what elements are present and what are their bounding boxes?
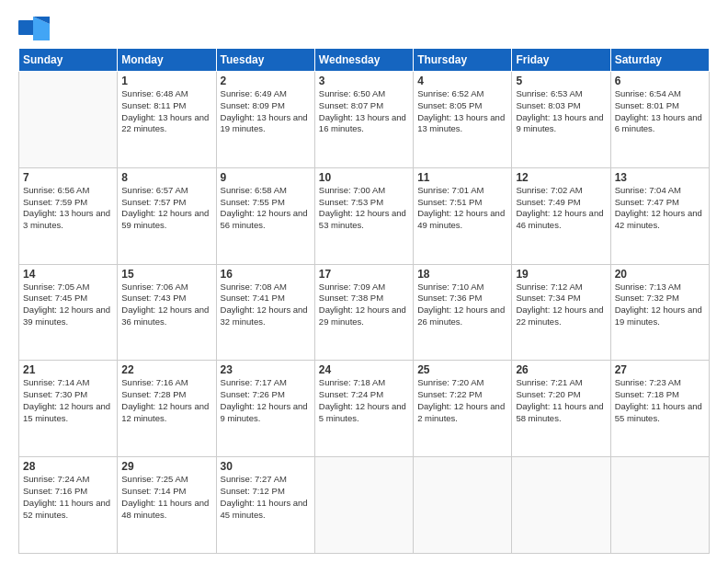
calendar-header-saturday: Saturday [610, 49, 709, 72]
calendar-cell: 10Sunrise: 7:00 AMSunset: 7:53 PMDayligh… [314, 167, 413, 264]
calendar-cell [19, 72, 118, 168]
calendar-cell: 24Sunrise: 7:18 AMSunset: 7:24 PMDayligh… [314, 361, 413, 457]
day-number: 26 [516, 363, 606, 376]
day-number: 25 [417, 363, 507, 376]
day-info: Sunrise: 7:16 AMSunset: 7:28 PMDaylight:… [121, 377, 211, 424]
calendar-cell: 5Sunrise: 6:53 AMSunset: 8:03 PMDaylight… [512, 72, 610, 168]
day-number: 22 [121, 363, 211, 376]
day-info: Sunrise: 7:02 AMSunset: 7:49 PMDaylight:… [516, 185, 606, 232]
page: SundayMondayTuesdayWednesdayThursdayFrid… [0, 0, 728, 563]
calendar-cell: 15Sunrise: 7:06 AMSunset: 7:43 PMDayligh… [118, 264, 216, 361]
day-number: 10 [319, 171, 409, 184]
day-number: 5 [516, 75, 606, 87]
day-number: 9 [221, 171, 311, 184]
calendar-cell [414, 457, 512, 554]
calendar-cell: 12Sunrise: 7:02 AMSunset: 7:49 PMDayligh… [512, 167, 610, 264]
calendar-cell: 9Sunrise: 6:58 AMSunset: 7:55 PMDaylight… [216, 167, 314, 264]
day-info: Sunrise: 7:09 AMSunset: 7:38 PMDaylight:… [319, 282, 409, 328]
calendar-cell: 6Sunrise: 6:54 AMSunset: 8:01 PMDaylight… [610, 72, 709, 168]
calendar-cell: 23Sunrise: 7:17 AMSunset: 7:26 PMDayligh… [216, 361, 314, 457]
day-info: Sunrise: 6:50 AMSunset: 8:07 PMDaylight:… [319, 88, 409, 135]
day-info: Sunrise: 7:13 AMSunset: 7:32 PMDaylight:… [615, 282, 705, 328]
calendar-header-monday: Monday [118, 49, 216, 72]
day-number: 23 [221, 363, 311, 376]
day-number: 4 [417, 75, 507, 87]
day-info: Sunrise: 7:25 AMSunset: 7:14 PMDaylight:… [121, 474, 211, 521]
calendar-cell: 7Sunrise: 6:56 AMSunset: 7:59 PMDaylight… [19, 167, 118, 264]
day-info: Sunrise: 7:14 AMSunset: 7:30 PMDaylight:… [23, 377, 113, 424]
day-number: 29 [121, 460, 211, 473]
calendar-cell: 2Sunrise: 6:49 AMSunset: 8:09 PMDaylight… [216, 72, 314, 168]
calendar-cell: 21Sunrise: 7:14 AMSunset: 7:30 PMDayligh… [19, 361, 118, 457]
day-info: Sunrise: 7:12 AMSunset: 7:34 PMDaylight:… [516, 282, 606, 328]
day-info: Sunrise: 6:57 AMSunset: 7:57 PMDaylight:… [121, 185, 211, 232]
header [18, 15, 710, 40]
calendar-table: SundayMondayTuesdayWednesdayThursdayFrid… [18, 48, 710, 554]
svg-rect-0 [18, 20, 35, 35]
calendar-cell: 3Sunrise: 6:50 AMSunset: 8:07 PMDaylight… [314, 72, 413, 168]
calendar-cell: 8Sunrise: 6:57 AMSunset: 7:57 PMDaylight… [118, 167, 216, 264]
calendar-cell: 11Sunrise: 7:01 AMSunset: 7:51 PMDayligh… [414, 167, 512, 264]
day-number: 14 [23, 268, 113, 281]
day-info: Sunrise: 6:52 AMSunset: 8:05 PMDaylight:… [417, 88, 507, 135]
day-info: Sunrise: 7:18 AMSunset: 7:24 PMDaylight:… [319, 377, 409, 424]
day-number: 18 [417, 268, 507, 281]
calendar-cell: 22Sunrise: 7:16 AMSunset: 7:28 PMDayligh… [118, 361, 216, 457]
calendar-header-row: SundayMondayTuesdayWednesdayThursdayFrid… [19, 49, 710, 72]
day-info: Sunrise: 6:53 AMSunset: 8:03 PMDaylight:… [516, 88, 606, 135]
logo [18, 15, 55, 40]
day-number: 20 [615, 268, 705, 281]
day-number: 19 [516, 268, 606, 281]
calendar-cell: 1Sunrise: 6:48 AMSunset: 8:11 PMDaylight… [118, 72, 216, 168]
day-info: Sunrise: 7:01 AMSunset: 7:51 PMDaylight:… [417, 185, 507, 232]
logo-icon [18, 15, 51, 40]
calendar-week-row-0: 1Sunrise: 6:48 AMSunset: 8:11 PMDaylight… [19, 72, 710, 168]
calendar-week-row-1: 7Sunrise: 6:56 AMSunset: 7:59 PMDaylight… [19, 167, 710, 264]
day-number: 30 [221, 460, 311, 473]
calendar-header-tuesday: Tuesday [216, 49, 314, 72]
day-info: Sunrise: 7:23 AMSunset: 7:18 PMDaylight:… [615, 377, 705, 424]
calendar-week-row-2: 14Sunrise: 7:05 AMSunset: 7:45 PMDayligh… [19, 264, 710, 361]
day-info: Sunrise: 6:49 AMSunset: 8:09 PMDaylight:… [221, 88, 311, 135]
day-number: 1 [121, 75, 211, 87]
day-number: 2 [221, 75, 311, 87]
day-number: 28 [23, 460, 113, 473]
calendar-cell [314, 457, 413, 554]
calendar-week-row-4: 28Sunrise: 7:24 AMSunset: 7:16 PMDayligh… [19, 457, 710, 554]
day-info: Sunrise: 6:56 AMSunset: 7:59 PMDaylight:… [23, 185, 113, 232]
day-info: Sunrise: 7:08 AMSunset: 7:41 PMDaylight:… [221, 282, 311, 328]
calendar-cell: 26Sunrise: 7:21 AMSunset: 7:20 PMDayligh… [512, 361, 610, 457]
day-info: Sunrise: 7:06 AMSunset: 7:43 PMDaylight:… [121, 282, 211, 328]
calendar-cell: 20Sunrise: 7:13 AMSunset: 7:32 PMDayligh… [610, 264, 709, 361]
day-number: 3 [319, 75, 409, 87]
day-info: Sunrise: 7:24 AMSunset: 7:16 PMDaylight:… [23, 474, 113, 521]
day-number: 24 [319, 363, 409, 376]
calendar-week-row-3: 21Sunrise: 7:14 AMSunset: 7:30 PMDayligh… [19, 361, 710, 457]
day-number: 16 [221, 268, 311, 281]
calendar-cell: 30Sunrise: 7:27 AMSunset: 7:12 PMDayligh… [216, 457, 314, 554]
calendar-header-wednesday: Wednesday [314, 49, 413, 72]
day-number: 6 [615, 75, 705, 87]
calendar-header-sunday: Sunday [19, 49, 118, 72]
calendar-cell: 28Sunrise: 7:24 AMSunset: 7:16 PMDayligh… [19, 457, 118, 554]
calendar-cell: 19Sunrise: 7:12 AMSunset: 7:34 PMDayligh… [512, 264, 610, 361]
calendar-header-friday: Friday [512, 49, 610, 72]
day-number: 13 [615, 171, 705, 184]
day-info: Sunrise: 7:21 AMSunset: 7:20 PMDaylight:… [516, 377, 606, 424]
day-info: Sunrise: 7:27 AMSunset: 7:12 PMDaylight:… [221, 474, 311, 521]
day-number: 15 [121, 268, 211, 281]
calendar-cell: 17Sunrise: 7:09 AMSunset: 7:38 PMDayligh… [314, 264, 413, 361]
day-info: Sunrise: 7:05 AMSunset: 7:45 PMDaylight:… [23, 282, 113, 328]
calendar-cell [610, 457, 709, 554]
day-number: 8 [121, 171, 211, 184]
day-number: 17 [319, 268, 409, 281]
day-number: 12 [516, 171, 606, 184]
calendar-cell: 25Sunrise: 7:20 AMSunset: 7:22 PMDayligh… [414, 361, 512, 457]
day-info: Sunrise: 6:54 AMSunset: 8:01 PMDaylight:… [615, 88, 705, 135]
day-info: Sunrise: 6:48 AMSunset: 8:11 PMDaylight:… [121, 88, 211, 135]
day-info: Sunrise: 7:04 AMSunset: 7:47 PMDaylight:… [615, 185, 705, 232]
calendar-cell: 18Sunrise: 7:10 AMSunset: 7:36 PMDayligh… [414, 264, 512, 361]
calendar-cell [512, 457, 610, 554]
day-info: Sunrise: 7:20 AMSunset: 7:22 PMDaylight:… [417, 377, 507, 424]
calendar-cell: 29Sunrise: 7:25 AMSunset: 7:14 PMDayligh… [118, 457, 216, 554]
